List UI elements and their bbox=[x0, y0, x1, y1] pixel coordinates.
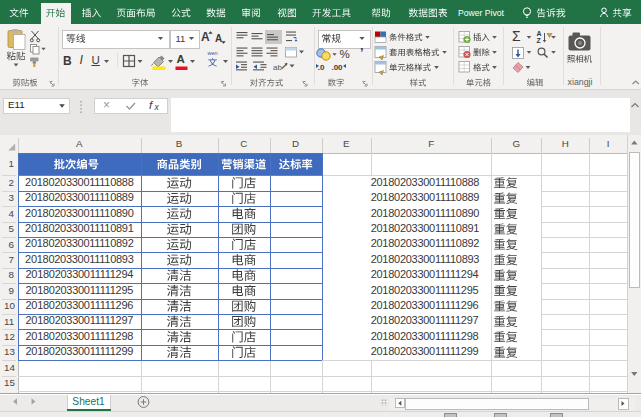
svg-text:ab: ab bbox=[273, 63, 282, 72]
